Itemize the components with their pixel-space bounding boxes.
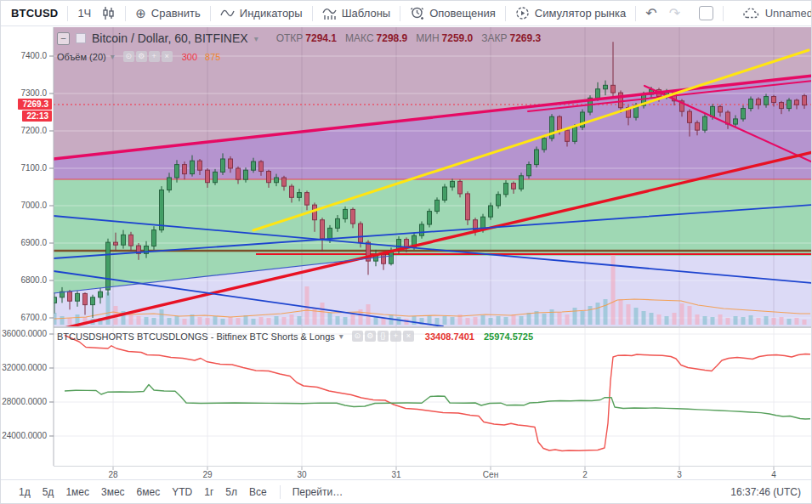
volume-label[interactable]: Объём (20)	[57, 52, 106, 62]
settings-icon[interactable]: ⚙	[365, 331, 376, 342]
candle[interactable]	[489, 206, 493, 217]
candle[interactable]	[91, 297, 95, 305]
candle[interactable]	[328, 228, 332, 238]
add-icon[interactable]: +	[149, 51, 160, 62]
cloud-layout-button[interactable]: Unnamed	[743, 6, 812, 20]
remove-icon[interactable]: ×	[162, 51, 173, 62]
candle[interactable]	[772, 97, 776, 103]
alerts-button[interactable]: Оповещения	[410, 6, 496, 20]
candle[interactable]	[527, 165, 531, 176]
remove-icon[interactable]: ×	[403, 331, 414, 342]
interval-button[interactable]: 1Ч	[77, 7, 91, 20]
hide-icon[interactable]: ⊙	[352, 331, 363, 342]
candle[interactable]	[99, 292, 103, 297]
candle[interactable]	[351, 209, 355, 224]
candle[interactable]	[275, 178, 279, 183]
chevron-down-icon[interactable]: ▾	[339, 331, 344, 341]
candle[interactable]	[741, 109, 746, 119]
candle[interactable]	[221, 159, 225, 172]
candle[interactable]	[106, 242, 111, 290]
chart-canvas[interactable]	[1, 1, 812, 504]
candle[interactable]	[803, 96, 807, 105]
price-pane[interactable]	[53, 27, 812, 331]
candle[interactable]	[596, 89, 600, 99]
symbol-button[interactable]: BTCUSD	[11, 7, 58, 20]
candle[interactable]	[696, 122, 700, 130]
candle[interactable]	[405, 240, 409, 247]
candle[interactable]	[68, 292, 72, 301]
collapse-pane-icon[interactable]: –	[57, 32, 70, 45]
range-1m[interactable]: 1мес	[60, 484, 95, 500]
candle[interactable]	[198, 161, 202, 170]
candle[interactable]	[114, 242, 118, 245]
range-1y[interactable]: 1г	[198, 484, 219, 500]
candle[interactable]	[435, 200, 440, 211]
candle[interactable]	[236, 168, 241, 179]
candle[interactable]	[718, 106, 723, 112]
candle[interactable]	[259, 161, 264, 171]
indicators-button[interactable]: Индикаторы	[220, 6, 303, 20]
candle[interactable]	[795, 100, 799, 105]
candle[interactable]	[703, 116, 707, 130]
layout-checkbox[interactable]	[699, 6, 713, 20]
candle[interactable]	[535, 150, 539, 165]
goto-date-button[interactable]: Перейти…	[287, 484, 349, 500]
settings-icon[interactable]: ⚙	[136, 51, 147, 62]
candle[interactable]	[565, 130, 570, 141]
candle[interactable]	[206, 170, 210, 183]
templates-button[interactable]: Шаблоны	[322, 6, 391, 20]
clock-utc[interactable]: 16:37:46 (UTC)	[730, 486, 801, 498]
compare-button[interactable]: ⊕ Сравнить	[135, 7, 201, 20]
candle[interactable]	[787, 100, 792, 109]
candle[interactable]	[749, 99, 753, 109]
shorts-longs-title[interactable]: BTCUSDSHORTS BTCUSDLONGS - Bitfinex BTC …	[57, 331, 335, 342]
chevron-down-icon[interactable]: ▾	[254, 34, 258, 43]
chart-style-button[interactable]	[101, 6, 116, 20]
range-3m[interactable]: 3мес	[95, 484, 131, 500]
candle[interactable]	[175, 165, 179, 178]
candle[interactable]	[122, 235, 126, 245]
source-code-icon[interactable]: {}	[378, 331, 389, 342]
candle[interactable]	[458, 181, 463, 194]
candle[interactable]	[451, 181, 455, 187]
candle[interactable]	[76, 293, 80, 301]
candle[interactable]	[382, 254, 386, 263]
candle[interactable]	[321, 220, 325, 239]
range-1d[interactable]: 1д	[13, 484, 37, 500]
candle[interactable]	[542, 139, 547, 150]
chevron-down-icon[interactable]: ▾	[111, 52, 115, 61]
candle[interactable]	[764, 97, 769, 105]
range-5y[interactable]: 5л	[219, 484, 243, 500]
candle[interactable]	[336, 218, 340, 228]
candle[interactable]	[190, 161, 195, 173]
shorts-longs-pane[interactable]	[54, 328, 812, 466]
candle[interactable]	[512, 184, 516, 190]
candle[interactable]	[520, 176, 524, 189]
candle[interactable]	[734, 119, 738, 124]
candle[interactable]	[688, 111, 692, 122]
candle[interactable]	[213, 172, 218, 182]
candle[interactable]	[443, 187, 447, 200]
candle[interactable]	[313, 205, 317, 220]
candle[interactable]	[757, 99, 761, 105]
range-all[interactable]: Все	[243, 484, 273, 500]
candle[interactable]	[611, 85, 616, 93]
range-6m[interactable]: 6мес	[131, 484, 167, 500]
candle[interactable]	[504, 184, 508, 195]
candle[interactable]	[160, 190, 164, 230]
redo-button[interactable]: ↷	[669, 5, 680, 21]
market-simulator-button[interactable]: Симулятор рынка	[515, 6, 626, 20]
hide-icon[interactable]: ⊙	[123, 51, 134, 62]
candle[interactable]	[298, 193, 302, 198]
candle[interactable]	[558, 116, 562, 130]
candle[interactable]	[428, 212, 432, 224]
candle[interactable]	[290, 186, 294, 197]
candle[interactable]	[305, 193, 309, 206]
candle[interactable]	[229, 159, 233, 168]
candle[interactable]	[780, 103, 784, 109]
candle[interactable]	[129, 235, 133, 246]
candle[interactable]	[497, 195, 501, 206]
candle[interactable]	[53, 297, 57, 303]
candle[interactable]	[619, 93, 623, 108]
candle[interactable]	[344, 209, 348, 218]
